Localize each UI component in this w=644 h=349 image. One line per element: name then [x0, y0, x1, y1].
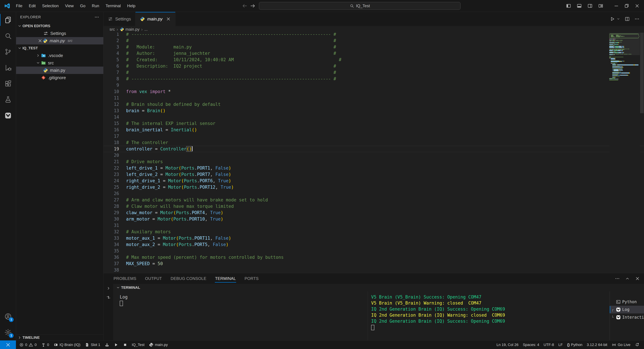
tree-item-main-py[interactable]: main.py — [16, 66, 103, 74]
statusbar-notifications[interactable] — [632, 342, 642, 347]
menu-edit[interactable]: Edit — [26, 2, 39, 10]
menu-run[interactable]: Run — [88, 2, 102, 10]
maximize-panel-icon[interactable] — [625, 276, 630, 281]
activitybar-spacer — [0, 124, 16, 308]
timeline-section[interactable]: TIMELINE — [16, 334, 103, 340]
menu-selection[interactable]: Selection — [39, 2, 62, 10]
statusbar-indentation[interactable]: Spaces: 4 — [520, 343, 541, 347]
minimap[interactable] — [609, 33, 640, 273]
activitybar-item-source-control[interactable] — [0, 44, 16, 60]
code-editor[interactable]: 1# -------------------------------------… — [104, 33, 644, 273]
go-back-icon[interactable] — [242, 3, 248, 9]
menu-file[interactable]: File — [13, 2, 26, 10]
statusbar-label: 0 — [25, 343, 27, 347]
code-line-5: 5# Created: 10/11/2024, 10:40:02 AM # — [104, 56, 644, 63]
customize-layout-button[interactable] — [596, 1, 606, 10]
panel-tab-debug-console[interactable]: DEBUG CONSOLE — [166, 273, 211, 284]
close-panel-icon[interactable] — [635, 276, 640, 281]
statusbar-run-button[interactable] — [112, 342, 120, 347]
radio-tower-icon — [41, 342, 46, 347]
activitybar-item-extensions[interactable] — [0, 76, 16, 92]
toggle-sidebar-button[interactable] — [564, 1, 573, 10]
run-dropdown-chevron-icon[interactable] — [616, 17, 620, 21]
statusbar-slot[interactable]: Slot 1 — [82, 342, 102, 347]
statusbar-python-version[interactable]: 3.12.2 64-bit — [585, 343, 610, 347]
breadcrumb-item-main-py[interactable]: main.py — [120, 27, 140, 32]
open-editor-main-py[interactable]: main.pysrc — [16, 37, 103, 44]
editor-scrollbar[interactable] — [640, 33, 644, 273]
split-editor-icon[interactable] — [624, 16, 630, 22]
menu-help[interactable]: Help — [124, 2, 138, 10]
editor-more-actions-icon[interactable] — [634, 16, 640, 22]
open-editors-header[interactable]: OPEN EDITORS — [16, 22, 103, 30]
expand-terminal-icon[interactable] — [106, 286, 111, 291]
run-python-file-icon[interactable] — [610, 16, 615, 22]
close-window-button[interactable] — [632, 1, 642, 10]
toggle-panel-button[interactable] — [574, 1, 584, 10]
tab-settings[interactable]: Settings — [104, 12, 136, 26]
toggle-secondary-sidebar-button[interactable] — [585, 1, 595, 10]
slot-icon — [85, 342, 90, 347]
terminal-session-log[interactable]: ┌Log — [610, 306, 644, 314]
menu-terminal[interactable]: Terminal — [102, 2, 124, 10]
line-number: 3 — [104, 44, 126, 50]
terminal-log-pane[interactable]: Log — [114, 291, 368, 340]
statusbar-stop-button[interactable] — [120, 342, 130, 347]
restore-button[interactable] — [622, 1, 632, 10]
stop-icon — [123, 342, 128, 347]
statusbar-radio-status[interactable]: 0 — [39, 342, 51, 347]
remote-indicator[interactable] — [0, 340, 16, 349]
folder-root-header[interactable]: IQ_TEST — [16, 44, 103, 52]
terminal-main: TERMINAL Log V5 Brain (V5_Brain) Success… — [114, 284, 644, 340]
terminal-session-python[interactable]: Python — [610, 298, 644, 306]
tab-label: main.py — [147, 16, 162, 22]
minimize-button[interactable] — [611, 1, 622, 10]
menu-go[interactable]: Go — [77, 2, 88, 10]
activitybar-item-testing[interactable] — [0, 92, 16, 108]
breadcrumb-item-src[interactable]: src — [110, 27, 115, 32]
statusbar-device[interactable]: IQ Brain (IQ) — [51, 342, 83, 347]
bottom-panel: PROBLEMSOUTPUTDEBUG CONSOLETERMINALPORTS — [104, 273, 644, 340]
panel-tabs: PROBLEMSOUTPUTDEBUG CONSOLETERMINALPORTS — [104, 273, 644, 284]
tree-item--vscode[interactable]: .vscode — [16, 52, 103, 59]
statusbar-encoding[interactable]: UTF-8 — [541, 343, 556, 347]
activitybar-item-search[interactable] — [0, 28, 16, 44]
debug-icon — [4, 64, 12, 72]
line-number: 26 — [104, 190, 126, 197]
menu-view[interactable]: View — [62, 2, 77, 10]
activitybar-item-manage[interactable]: 1 — [0, 324, 16, 340]
statusbar-problems[interactable]: 00 — [17, 342, 39, 347]
terminal-session-interactiv-[interactable]: └Interactiv... — [610, 314, 644, 321]
tab-main-py[interactable]: main.py — [136, 12, 176, 26]
line-number: 22 — [104, 165, 126, 171]
command-center-search[interactable]: IQ_Test — [259, 2, 460, 10]
panel-tab-problems[interactable]: PROBLEMS — [109, 273, 141, 284]
terminal-section-header[interactable]: TERMINAL — [114, 284, 644, 291]
statusbar-go-live[interactable]: Go Live — [610, 342, 632, 347]
activitybar-item-accounts[interactable]: 1 — [0, 308, 16, 324]
panel-tab-output[interactable]: OUTPUT — [141, 273, 166, 284]
go-forward-icon[interactable] — [250, 3, 256, 9]
open-editor-settings[interactable]: Settings — [16, 30, 103, 37]
breadcrumb-item--[interactable]: ... — [144, 27, 148, 32]
tree-item--gitignore[interactable]: .gitignore — [16, 74, 103, 81]
statusbar-active-file[interactable]: main.py — [147, 342, 170, 347]
activitybar-item-vex[interactable] — [0, 108, 16, 124]
statusbar-eol[interactable]: LF — [556, 343, 565, 347]
scrollbar-thumb[interactable] — [640, 33, 644, 113]
statusbar-project-name[interactable]: IQ_Test — [130, 343, 147, 347]
terminal-icon — [616, 299, 621, 304]
statusbar-language-mode[interactable]: {}Python — [565, 343, 585, 347]
statusbar-cursor-position[interactable]: Ln 19, Col 26 — [494, 343, 521, 347]
activitybar-item-run-and-debug[interactable] — [0, 60, 16, 76]
statusbar-download-button[interactable] — [102, 342, 112, 347]
terminal-output-pane[interactable]: V5 Brain (V5_Brain) Success: Opening COM… — [368, 291, 610, 340]
tree-item-src[interactable]: src — [16, 59, 103, 66]
panel-tab-terminal[interactable]: TERMINAL — [211, 273, 240, 284]
activitybar-item-explorer[interactable] — [0, 12, 16, 28]
explorer-more-actions-icon[interactable] — [94, 14, 99, 20]
chevron-down-icon — [36, 61, 40, 65]
panel-more-actions-icon[interactable] — [615, 276, 620, 281]
split-terminal-icon[interactable] — [106, 295, 111, 300]
panel-tab-ports[interactable]: PORTS — [240, 273, 263, 284]
